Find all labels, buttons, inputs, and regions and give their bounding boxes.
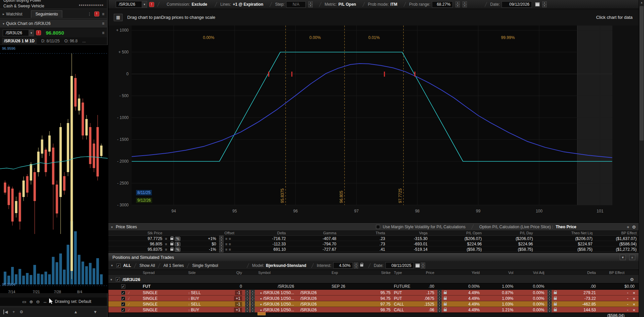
positions-date-input[interactable]: 08/11/2025 — [385, 262, 414, 269]
offset-menu-icon-2[interactable]: ≡ — [229, 242, 231, 246]
qty-stepper-2[interactable]: ▴▾ — [250, 301, 255, 307]
qty-cell[interactable]: +1 — [234, 296, 242, 301]
offset-menu-icon[interactable]: ≡ — [225, 247, 227, 251]
qty-stepper[interactable]: ▴▾ — [245, 290, 249, 296]
symbol-group-row[interactable]: ▾ ✓ /SR3U26 ⚙ — [108, 276, 639, 283]
price-lock-icon[interactable] — [444, 303, 447, 306]
slice-lock-icon[interactable] — [170, 238, 173, 240]
metric-value[interactable]: P/L Open — [338, 2, 356, 7]
vol-adj-cell[interactable]: 0.00% — [513, 308, 544, 312]
offset-stepper[interactable]: ▴▾ — [219, 246, 224, 252]
slice-lock-icon[interactable] — [170, 248, 173, 251]
symbol-expand-icon[interactable]: ▾ — [260, 309, 262, 312]
settings-gear-icon[interactable]: ⚙ — [20, 310, 23, 314]
interest-stepper[interactable]: ▴▾ — [354, 263, 358, 269]
symbol-expand-icon[interactable]: ▾ — [260, 297, 262, 301]
prob-mode-value[interactable]: ITM — [391, 2, 398, 7]
price-lock-icon[interactable] — [444, 292, 447, 294]
calc-method-value[interactable]: Theo Price — [556, 225, 576, 229]
price-slice-row[interactable]: 97.7725 ≡ % +1% ▴▾ ≡ ≡ -716.72 -407.48 .… — [108, 236, 639, 241]
positions-collapse-button[interactable]: ▼ — [620, 255, 626, 260]
price-slices-collapse-icon[interactable]: ▾ — [111, 225, 113, 229]
slice-menu-icon[interactable]: ≡ — [165, 247, 167, 251]
symbol-dropdown-button[interactable]: ▾ — [29, 30, 34, 36]
vol-adj-cell[interactable]: 0.00% — [513, 290, 544, 295]
filter-series[interactable]: All 1 Series — [163, 263, 184, 268]
mini-candlestick-chart[interactable]: 96.9596 96.5904 7/14 7/21 7/28 8/4 — [0, 45, 108, 293]
symbol-cell[interactable]: /SR3U26 1/250... — [263, 290, 294, 295]
interest-input[interactable]: 4.50% — [333, 262, 353, 269]
scroll-down-icon[interactable]: ▼ — [93, 310, 97, 314]
vertical-scrollbar[interactable]: ▲ — [639, 0, 644, 317]
vol-adj-stepper[interactable]: ▴▾ — [547, 290, 552, 296]
group-checkbox[interactable]: ✓ — [116, 277, 120, 281]
quick-chart-header[interactable]: ▾ Quick Chart on /SR3U26 ≡ — [0, 19, 107, 28]
scrollbar-up-arrow[interactable]: ▲ — [639, 0, 644, 5]
main-symbol-dropdown[interactable]: ▾ — [142, 1, 147, 8]
scroll-thumb-horizontal[interactable] — [258, 312, 266, 315]
watchlist-label[interactable]: Watchlist — [6, 12, 22, 16]
slice-mode-badge[interactable]: % — [175, 237, 180, 241]
remove-row-button[interactable]: × — [633, 302, 635, 307]
chart-panel-menu-icon[interactable]: ≡ — [102, 31, 104, 35]
price-cell[interactable]: .175 — [419, 290, 434, 295]
price-stepper[interactable]: ▴▾ — [437, 307, 442, 313]
watchlist-menu-icon[interactable]: ≡ — [102, 12, 104, 16]
side-cell[interactable]: SELL — [191, 302, 201, 307]
filter-show-all[interactable]: Show All — [139, 263, 155, 268]
quick-chart-collapse-icon[interactable]: ▾ — [3, 22, 4, 26]
prob-range-stepper[interactable]: ▴▾ — [455, 1, 460, 7]
qty-cell[interactable]: +1 — [234, 308, 242, 312]
positions-section-header[interactable]: Positions and Simulated Trades ▼ ≡ — [108, 253, 639, 261]
add-price-slice-button[interactable]: + — [627, 225, 630, 230]
calendar-icon[interactable] — [535, 2, 540, 6]
link-indicator-badge[interactable]: ! — [94, 11, 99, 16]
vol-adj-stepper[interactable]: ▴▾ — [547, 295, 552, 302]
tab-seguimiento[interactable]: Seguimiento — [31, 10, 62, 18]
main-symbol-input[interactable]: /SR3U26 — [116, 1, 142, 8]
price-slices-settings-icon[interactable]: ⚙ — [632, 225, 636, 230]
filter-all-label[interactable]: ALL — [123, 263, 131, 268]
slice-menu-icon[interactable]: ≡ — [165, 242, 167, 246]
offset-menu-icon[interactable]: ≡ — [225, 237, 227, 241]
price-lock-icon[interactable] — [444, 309, 447, 311]
offset-menu-icon-2[interactable]: ≡ — [229, 247, 231, 251]
date-stepper[interactable]: ▴▾ — [542, 1, 547, 7]
chart-style-button[interactable]: ▦ — [114, 14, 123, 21]
vol-adj-cell[interactable]: 0.00% — [513, 296, 544, 301]
price-stepper[interactable]: ▴▾ — [437, 301, 442, 307]
symbol-cell[interactable]: /SR3U26 1/250... — [263, 308, 294, 312]
positions-date-stepper[interactable]: ▴▾ — [421, 263, 425, 269]
scroll-up-icon[interactable]: ▲ — [74, 310, 78, 314]
symbol-input[interactable]: /SR3U26 — [3, 30, 29, 36]
price-slice-row[interactable]: 95.8375 ≡ % -1% ▴▾ ≡ ≡ 691.10 -727.67 .4… — [108, 246, 639, 252]
slice-menu-icon[interactable]: ≡ — [165, 237, 167, 241]
qty-stepper[interactable]: ▴▾ — [245, 307, 249, 313]
quick-chart-menu-icon[interactable]: ≡ — [102, 21, 104, 26]
model-value[interactable]: Bjerksund-Stensland — [266, 263, 306, 268]
remove-row-button[interactable]: × — [633, 296, 635, 301]
symbol-cell[interactable]: /SR3U26 1/250... — [263, 296, 294, 301]
price-cell[interactable]: .06 — [419, 308, 434, 312]
price-lock-icon[interactable] — [444, 298, 447, 300]
vol-adj-stepper[interactable]: ▴▾ — [547, 307, 552, 313]
date-input[interactable]: 09/12/2026 — [502, 1, 532, 8]
symbol-expand-icon[interactable]: ▾ — [260, 303, 262, 306]
vol-adj-lock-icon[interactable] — [554, 309, 557, 311]
qty-cell[interactable]: 0 — [219, 284, 242, 289]
qty-cell[interactable]: -1 — [235, 290, 242, 295]
add-button-icon[interactable]: + — [12, 310, 15, 314]
slice-mode-badge[interactable]: $ — [175, 242, 180, 246]
offset-menu-icon-2[interactable]: ≡ — [229, 237, 231, 241]
row-checkbox[interactable]: ✓ — [121, 284, 125, 288]
margin-style-checkbox[interactable] — [376, 225, 380, 229]
symbol-cell[interactable]: /SR3U26 1/250... — [263, 302, 294, 307]
position-row[interactable]: ✓∕ SINGLE ↕SELL -1 ▴▾▴▾ ▾/SR3U26 1/250..… — [108, 301, 639, 307]
side-cell[interactable]: SELL — [191, 290, 201, 295]
prob-range-input[interactable]: 68.27% — [432, 1, 453, 8]
slice-lock-icon[interactable] — [170, 243, 173, 245]
prob-range-stepper-2[interactable]: ▴▾ — [463, 1, 467, 7]
mini-chart-more-button[interactable]: ... — [82, 39, 86, 43]
qty-stepper-2[interactable]: ▴▾ — [250, 290, 255, 296]
price-cell[interactable]: .1525 — [419, 302, 434, 307]
